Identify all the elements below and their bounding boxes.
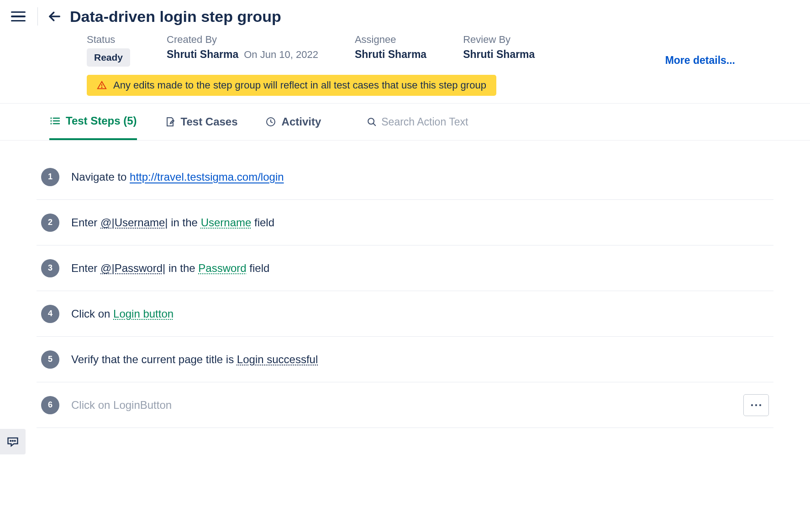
tab-test-cases[interactable]: Test Cases (164, 104, 238, 140)
step-row[interactable]: 3Enter @|Password| in the Password field (37, 245, 773, 291)
step-text-token: Click on (71, 308, 113, 320)
meta-assignee-value: Shruti Sharma (355, 48, 426, 61)
list-icon (49, 115, 60, 126)
step-text-token: Navigate to (71, 171, 130, 183)
tab-test-cases-label: Test Cases (181, 115, 238, 128)
status-badge[interactable]: Ready (87, 48, 130, 67)
meta-row: Status Ready Created By Shruti Sharma On… (0, 29, 810, 67)
step-element-token[interactable]: Username (201, 216, 252, 229)
step-number: 3 (41, 259, 59, 277)
divider (37, 7, 38, 26)
meta-review-by: Review By Shruti Sharma (463, 34, 535, 61)
meta-created-on: On Jun 10, 2022 (244, 49, 318, 61)
search-input[interactable] (381, 116, 509, 128)
step-number: 5 (41, 350, 59, 369)
warning-banner: Any edits made to the step group will re… (87, 75, 496, 96)
step-more-button[interactable] (743, 394, 769, 416)
svg-point-3 (51, 118, 52, 119)
warning-icon (97, 80, 107, 90)
more-horizontal-icon (750, 403, 762, 407)
search-wrap (367, 116, 509, 128)
warning-text: Any edits made to the step group will re… (113, 79, 486, 91)
tab-activity[interactable]: Activity (265, 104, 321, 140)
step-row[interactable]: 6Click on LoginButton (37, 382, 773, 428)
meta-status-label: Status (87, 34, 130, 46)
meta-review-by-value: Shruti Sharma (463, 48, 535, 61)
meta-status: Status Ready (87, 34, 130, 67)
steps-list: 1Navigate to http://travel.testsigma.com… (0, 141, 810, 428)
step-text: Click on LoginButton (71, 399, 731, 412)
scrollbar[interactable] (803, 128, 810, 532)
search-icon (367, 117, 377, 127)
meta-assignee-label: Assignee (355, 34, 426, 46)
step-text-token: Verify that the current page title is (71, 353, 237, 365)
step-placeholder-text[interactable]: Click on LoginButton (71, 399, 172, 411)
meta-assignee: Assignee Shruti Sharma (355, 34, 426, 61)
svg-point-13 (755, 404, 757, 406)
step-text-token: field (247, 262, 270, 274)
step-row[interactable]: 2Enter @|Username| in the Username field (37, 200, 773, 245)
step-element-token[interactable]: Password (198, 262, 246, 274)
meta-created-by-value: Shruti Sharma (167, 48, 238, 61)
meta-created-by-label: Created By (167, 34, 318, 46)
back-button[interactable] (46, 8, 63, 25)
arrow-left-icon (47, 10, 61, 23)
step-number: 6 (41, 396, 59, 414)
step-row[interactable]: 1Navigate to http://travel.testsigma.com… (37, 154, 773, 200)
step-text-token: Enter (71, 262, 100, 274)
step-number: 4 (41, 305, 59, 323)
step-param-token[interactable]: @|Username| (100, 216, 168, 229)
tab-activity-label: Activity (282, 115, 321, 128)
clock-icon (265, 116, 276, 127)
step-text-token: Enter (71, 216, 100, 229)
svg-point-14 (759, 404, 761, 406)
hamburger-menu-button[interactable] (11, 7, 29, 26)
document-edit-icon (164, 116, 175, 127)
meta-created-by: Created By Shruti Sharma On Jun 10, 2022 (167, 34, 318, 61)
step-url-token[interactable]: http://travel.testsigma.com/login (130, 171, 284, 183)
step-value-token[interactable]: Login successful (237, 353, 318, 365)
step-text: Navigate to http://travel.testsigma.com/… (71, 171, 773, 183)
svg-point-16 (12, 440, 13, 441)
svg-point-7 (51, 124, 52, 124)
header-bar: Data-driven login step group (0, 0, 810, 29)
step-text-token: field (251, 216, 274, 229)
tab-test-steps-label: Test Steps (5) (66, 115, 137, 127)
step-param-token[interactable]: @|Password| (100, 262, 165, 274)
tab-test-steps[interactable]: Test Steps (5) (49, 104, 137, 140)
step-row[interactable]: 4Click on Login button (37, 291, 773, 337)
svg-point-12 (751, 404, 753, 406)
page-title: Data-driven login step group (70, 8, 281, 26)
step-number: 2 (41, 214, 59, 232)
meta-review-by-label: Review By (463, 34, 535, 46)
step-text-token: in the (168, 216, 201, 229)
svg-point-2 (101, 87, 102, 88)
step-text: Enter @|Username| in the Username field (71, 216, 773, 229)
step-row[interactable]: 5Verify that the current page title is L… (37, 337, 773, 382)
tabs-bar: Test Steps (5) Test Cases Activity (0, 103, 810, 141)
step-text: Enter @|Password| in the Password field (71, 262, 773, 275)
step-text: Click on Login button (71, 308, 773, 320)
step-number: 1 (41, 168, 59, 186)
step-text-token: in the (165, 262, 198, 274)
svg-point-5 (51, 121, 52, 121)
svg-point-15 (10, 440, 11, 441)
chat-icon (6, 435, 19, 448)
step-text: Verify that the current page title is Lo… (71, 353, 773, 366)
more-details-link[interactable]: More details... (665, 42, 799, 67)
chat-widget-button[interactable] (0, 429, 26, 454)
svg-line-11 (373, 123, 376, 125)
svg-point-17 (15, 440, 16, 441)
step-element-token[interactable]: Login button (113, 308, 174, 320)
